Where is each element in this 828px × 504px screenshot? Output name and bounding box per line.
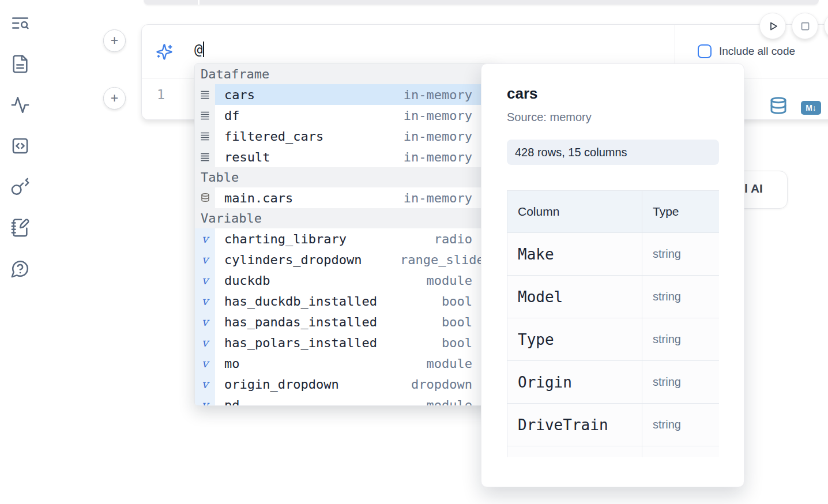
table-row: Type string: [507, 318, 720, 361]
autocomplete-item-charting-library[interactable]: v charting_libraryradio: [195, 228, 495, 249]
shape-badge: 428 rows, 15 columns: [507, 140, 719, 165]
table-row: Make string: [507, 233, 720, 276]
stop-cell-button[interactable]: [792, 13, 818, 39]
sidebar: [10, 13, 30, 279]
ai-prompt-input[interactable]: @: [194, 42, 204, 58]
variable-icon: v: [202, 399, 208, 406]
schema-header-type: Type: [642, 191, 720, 233]
autocomplete-item-df[interactable]: dfin-memory: [195, 105, 495, 126]
add-cell-below-button[interactable]: +: [103, 87, 126, 110]
document-icon[interactable]: [10, 54, 30, 74]
text-cursor: [203, 42, 204, 57]
marimo-notebook-page: + + @ Include all code 1 M↓ l AI Dataf: [0, 0, 828, 504]
autocomplete-dropdown: Dataframe carsin-memory dfin-memory filt…: [194, 63, 496, 406]
section-header-dataframe: Dataframe: [195, 64, 495, 84]
autocomplete-item-mo[interactable]: v momodule: [195, 353, 495, 374]
dataframe-icon: [200, 89, 210, 100]
previous-cell-output-strip: [144, 0, 819, 5]
schema-table: Column Type Make string Model string Typ…: [507, 190, 719, 457]
autocomplete-item-main-cars[interactable]: main.carsin-memory: [195, 187, 495, 208]
previous-cell-gutter-divider: [198, 0, 200, 5]
line-number: 1: [157, 87, 165, 102]
autocomplete-item-filtered-cars[interactable]: filtered_carsin-memory: [195, 126, 495, 146]
help-chat-icon[interactable]: [10, 259, 30, 279]
table-database-icon: [200, 193, 210, 203]
dataframe-preview-panel: cars Source: memory 428 rows, 15 columns…: [481, 63, 744, 487]
table-row: Model string: [507, 276, 720, 318]
ai-sparkle-icon: [156, 43, 173, 61]
variable-icon: v: [202, 274, 208, 286]
include-all-code-checkbox[interactable]: [698, 44, 712, 58]
table-row: Origin string: [507, 361, 720, 404]
variable-icon: v: [202, 358, 208, 369]
section-header-table: Table: [195, 167, 495, 187]
variable-icon: v: [202, 295, 208, 307]
autocomplete-item-pd[interactable]: v pdmodule: [195, 394, 495, 406]
autocomplete-item-cars[interactable]: carsin-memory: [195, 84, 495, 105]
autocomplete-item-has-pandas-installed[interactable]: v has_pandas_installedbool: [195, 311, 495, 332]
ai-action-button-label: l AI: [744, 182, 763, 195]
dataframe-icon: [200, 110, 210, 121]
notebook-edit-icon[interactable]: [10, 218, 30, 238]
preview-title: cars: [507, 85, 744, 103]
run-cell-button[interactable]: [759, 13, 786, 39]
stop-icon: [798, 19, 812, 33]
variable-icon: v: [202, 233, 208, 245]
add-cell-above-button[interactable]: +: [103, 29, 126, 52]
include-all-code-label: Include all code: [719, 45, 795, 58]
markdown-export-icon[interactable]: M↓: [801, 101, 821, 115]
variable-icon: v: [202, 337, 208, 348]
autocomplete-item-has-duckdb-installed[interactable]: v has_duckdb_installedbool: [195, 291, 495, 311]
dataframe-icon: [200, 152, 210, 163]
preview-source: Source: memory: [507, 111, 744, 124]
autocomplete-item-has-polars-installed[interactable]: v has_polars_installedbool: [195, 332, 495, 353]
play-icon: [766, 19, 780, 33]
key-icon[interactable]: [10, 177, 30, 197]
activity-icon[interactable]: [10, 95, 30, 115]
code-snippet-icon[interactable]: [10, 136, 30, 156]
table-row-partial: [507, 446, 720, 458]
autocomplete-item-cylinders-dropdown[interactable]: v cylinders_dropdownrange_slider: [195, 249, 495, 270]
autocomplete-item-duckdb[interactable]: v duckdbmodule: [195, 270, 495, 291]
section-header-variable: Variable: [195, 208, 495, 228]
autocomplete-item-origin-dropdown[interactable]: v origin_dropdowndropdown: [195, 374, 495, 394]
table-row: DriveTrain string: [507, 404, 720, 446]
variable-icon: v: [202, 254, 208, 265]
autocomplete-item-result[interactable]: resultin-memory: [195, 146, 495, 167]
datasource-icon[interactable]: [769, 96, 788, 115]
schema-header-column: Column: [507, 191, 642, 233]
contents-search-icon[interactable]: [10, 13, 30, 33]
variable-icon: v: [202, 378, 208, 390]
schema-table-wrapper: Column Type Make string Model string Typ…: [507, 190, 719, 457]
dataframe-icon: [200, 131, 210, 142]
variable-icon: v: [202, 316, 208, 328]
